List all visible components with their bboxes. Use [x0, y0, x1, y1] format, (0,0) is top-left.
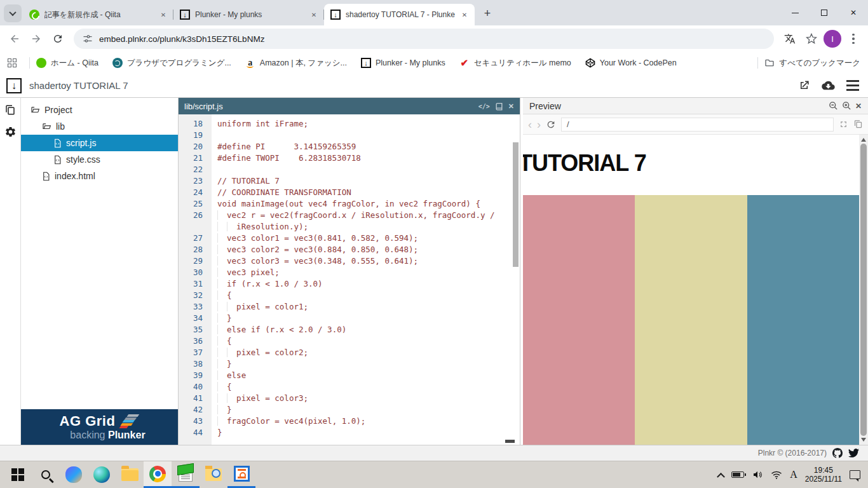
preview-path-input[interactable]: / [561, 118, 834, 132]
text-editor-app-button[interactable] [172, 461, 200, 488]
code-line[interactable]: 29 vec3 color3 = vec3(0.348, 0.555, 0.64… [179, 255, 520, 267]
volume-icon[interactable] [752, 470, 763, 480]
code-line[interactable]: 27 vec3 color1 = vec3(0.841, 0.582, 0.59… [179, 233, 520, 244]
code-view-icon[interactable]: </> [478, 103, 490, 110]
code-line[interactable]: 28 vec3 color2 = vec3(0.884, 0.850, 0.64… [179, 244, 520, 255]
code-line[interactable]: 39 else [179, 370, 520, 381]
bookmark-item[interactable]: ブラウザでプログラミング... [112, 58, 231, 69]
browser-tab[interactable]: ↓shadertoy TUTORIAL 7 - Plunke✕ [324, 4, 475, 25]
bookmark-item[interactable]: aAmazon | 本, ファッシ... [245, 58, 347, 69]
bookmark-item[interactable]: ホーム - Qiita [36, 58, 98, 69]
profile-avatar[interactable]: I [824, 30, 841, 48]
edge-button[interactable] [88, 461, 116, 488]
taskbar-clock[interactable]: 19:45 2025/11/11 [805, 466, 842, 484]
bookmark-item[interactable]: ✔セキュリティホール memo [459, 58, 571, 69]
code-line[interactable]: 40 { [179, 381, 520, 393]
zoom-in-icon[interactable] [842, 101, 851, 111]
ime-indicator[interactable]: A [790, 469, 797, 480]
docs-book-icon[interactable] [495, 102, 503, 111]
preview-back-icon[interactable]: ‹ [528, 119, 532, 130]
editor-horizontal-scrollbar[interactable] [505, 440, 515, 443]
code-line[interactable]: 44} [179, 427, 520, 438]
chrome-button[interactable] [144, 461, 172, 488]
code-line[interactable]: 41 pixel = color3; [179, 393, 520, 404]
editor-close-icon[interactable]: ✕ [508, 102, 514, 111]
code-line[interactable]: 34 } [179, 313, 520, 324]
battery-icon[interactable] [731, 471, 744, 478]
code-line[interactable]: 42 } [179, 404, 520, 416]
back-button[interactable] [5, 29, 24, 48]
site-info-icon[interactable] [83, 34, 93, 44]
code-line[interactable]: 23// TUTORIAL 7 [179, 175, 520, 187]
ag-grid-ad[interactable]: AG Grid backing Plunker [21, 409, 178, 445]
all-bookmarks-button[interactable]: すべてのブックマーク [764, 58, 860, 69]
close-button[interactable]: ✕ [839, 0, 868, 25]
code-line[interactable]: 36 { [179, 336, 520, 347]
browser-tab[interactable]: 記事を新規作成 - Qiita✕ [23, 4, 173, 25]
scroll-thumb[interactable] [860, 144, 867, 436]
hamburger-menu-icon[interactable] [846, 80, 859, 92]
scroll-up-icon[interactable] [861, 138, 866, 142]
twitter-icon[interactable] [848, 449, 859, 458]
preview-scrollbar[interactable] [859, 135, 868, 445]
tray-expand-icon[interactable] [717, 472, 725, 480]
fullscreen-icon[interactable] [839, 119, 848, 129]
folder-search-button[interactable] [200, 461, 227, 488]
tab-close-icon[interactable]: ✕ [309, 10, 319, 20]
tree-item-Project[interactable]: Project [21, 102, 178, 118]
code-line[interactable]: 31 if (r.x < 1.0 / 3.0) [179, 278, 520, 290]
code-line[interactable]: 38 } [179, 358, 520, 370]
orange-app-button[interactable] [227, 461, 255, 488]
code-line[interactable]: 30 vec3 pixel; [179, 267, 520, 278]
code-line[interactable]: 32 { [179, 290, 520, 301]
notification-icon[interactable] [850, 470, 860, 479]
code-line[interactable]: 19 [179, 130, 520, 141]
code-line[interactable]: 24// COORDINATE TRANSFORMATION [179, 187, 520, 198]
code-line[interactable]: 37 pixel = color2; [179, 347, 520, 358]
code-line[interactable]: 43 fragColor = vec4(pixel, 1.0); [179, 416, 520, 427]
browser-tab[interactable]: ↓Plunker - My plunks✕ [173, 4, 324, 25]
tab-close-icon[interactable]: ✕ [459, 10, 470, 20]
files-icon[interactable] [4, 104, 16, 116]
code-line[interactable]: 33 pixel = color1; [179, 301, 520, 313]
address-bar[interactable]: embed.plnkr.co/plunk/k3sDh15EZT6LbNMz [74, 29, 774, 49]
code-line[interactable]: iResolution.y); [179, 221, 520, 233]
code-line[interactable]: 20#define PI 3.14159265359 [179, 141, 520, 152]
settings-gear-icon[interactable] [4, 126, 17, 138]
preview-close-icon[interactable]: ✕ [855, 102, 862, 111]
maximize-button[interactable] [810, 0, 839, 25]
wifi-icon[interactable] [771, 470, 782, 480]
cloud-download-icon[interactable] [822, 80, 835, 91]
browser-menu-button[interactable] [844, 29, 863, 48]
preview-forward-icon[interactable]: › [537, 119, 541, 130]
code-line[interactable]: 22 [179, 164, 520, 175]
url-text[interactable]: embed.plnkr.co/plunk/k3sDh15EZT6LbNMz [99, 34, 264, 44]
forward-button[interactable] [27, 29, 46, 48]
editor-vertical-scrollbar[interactable] [513, 142, 519, 267]
bookmark-item[interactable]: ↓Plunker - My plunks [361, 58, 445, 68]
tab-search-button[interactable] [4, 4, 22, 22]
scroll-down-icon[interactable] [861, 438, 866, 442]
taskbar-search-button[interactable] [32, 461, 60, 488]
copy-icon[interactable] [853, 119, 863, 129]
zoom-out-icon[interactable] [829, 101, 838, 111]
new-tab-button[interactable]: + [478, 4, 496, 22]
bookmark-star-button[interactable] [802, 29, 821, 48]
minimize-button[interactable] [780, 0, 810, 25]
bookmark-item[interactable]: Your Work - CodePen [585, 58, 677, 68]
tree-item-index-html[interactable]: index.html [21, 168, 178, 184]
reload-button[interactable] [48, 29, 67, 48]
tree-item-script-js[interactable]: script.js [21, 135, 178, 151]
tree-item-lib[interactable]: lib [21, 118, 178, 135]
translate-button[interactable] [780, 29, 799, 48]
file-explorer-button[interactable] [116, 461, 144, 488]
tree-item-style-css[interactable]: style.css [21, 151, 178, 168]
code-line[interactable]: 18uniform int iFrame; [179, 118, 520, 130]
apps-grid-icon[interactable] [8, 58, 17, 67]
code-line[interactable]: 35 else if (r.x < 2.0 / 3.0) [179, 324, 520, 336]
github-icon[interactable] [832, 448, 843, 458]
tab-close-icon[interactable]: ✕ [158, 10, 168, 20]
start-button[interactable] [4, 461, 32, 488]
code-line[interactable]: 25void mainImage(out vec4 fragColor, in … [179, 198, 520, 210]
code-area[interactable]: 18uniform int iFrame;1920#define PI 3.14… [179, 114, 520, 445]
